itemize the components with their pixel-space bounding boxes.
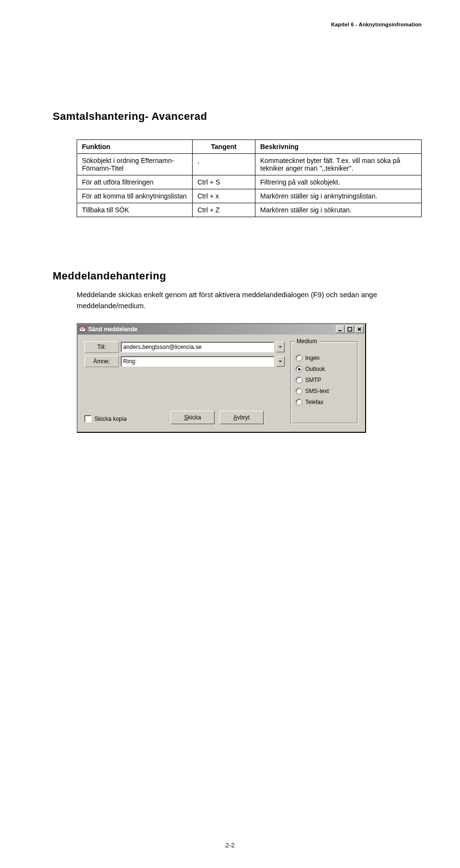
radio-sms-text[interactable]: SMS-text bbox=[296, 388, 353, 394]
table-row: Sökobjekt i ordning Efternamn-Förnamn-Ti… bbox=[77, 154, 422, 175]
cell-funktion: Tillbaka till SÖK bbox=[77, 203, 193, 217]
radio-label: Telefax bbox=[305, 399, 323, 405]
cell-tangent: , bbox=[193, 154, 255, 175]
cell-funktion: För att utföra filtreringen bbox=[77, 175, 193, 189]
radio-label: SMTP bbox=[305, 377, 321, 383]
skicka-kopia-label: Skicka kopia bbox=[94, 416, 126, 422]
radio-label: Ingen bbox=[305, 355, 320, 361]
groupbox-label: Medium bbox=[295, 338, 319, 345]
radio-outlook[interactable]: Outlook bbox=[296, 366, 353, 372]
dialog-title: Sänd meddelande bbox=[88, 326, 138, 333]
send-message-dialog: Sänd meddelande Till: anders.bengtsson@l… bbox=[77, 323, 366, 433]
subsection-title: Meddelandehantering bbox=[53, 270, 422, 282]
table-row: För att komma till anknytningslistan Ctr… bbox=[77, 189, 422, 203]
radio-icon bbox=[296, 355, 302, 361]
cell-beskrivning: Markören ställer sig i sökrutan. bbox=[255, 203, 422, 217]
minimize-button[interactable] bbox=[336, 325, 345, 333]
cell-funktion: Sökobjekt i ordning Efternamn-Förnamn-Ti… bbox=[77, 154, 193, 175]
cell-beskrivning: Kommatecknet byter fält. T.ex. vill man … bbox=[255, 154, 422, 175]
radio-label: SMS-text bbox=[305, 388, 329, 394]
th-tangent: Tangent bbox=[193, 140, 255, 154]
radio-icon bbox=[296, 399, 302, 405]
cell-tangent: Ctrl + x bbox=[193, 189, 255, 203]
radio-icon bbox=[296, 366, 302, 372]
amne-field[interactable]: Ring: bbox=[121, 356, 274, 367]
skicka-kopia-checkbox[interactable] bbox=[84, 415, 92, 422]
till-dropdown-button[interactable] bbox=[276, 342, 285, 352]
titlebar: Sänd meddelande bbox=[78, 324, 365, 335]
page-header: Kapitel 6 - Anknytningsinfromation bbox=[331, 22, 422, 27]
maximize-button[interactable] bbox=[345, 325, 354, 333]
send-button[interactable]: Skicka bbox=[171, 411, 215, 424]
cell-beskrivning: Filtrering på valt sökobjekt. bbox=[255, 175, 422, 189]
subsection-body: Meddelande skickas enkelt genom att förs… bbox=[77, 289, 412, 311]
radio-smtp[interactable]: SMTP bbox=[296, 377, 353, 383]
svg-rect-1 bbox=[338, 330, 342, 331]
amne-label-button[interactable]: Ämne: bbox=[84, 356, 119, 367]
function-table: Funktion Tangent Beskrivning Sökobjekt i… bbox=[77, 139, 422, 217]
close-button[interactable] bbox=[355, 325, 364, 333]
radio-ingen[interactable]: Ingen bbox=[296, 355, 353, 361]
app-icon bbox=[79, 326, 86, 333]
page-number: 2-2 bbox=[0, 842, 460, 849]
cancel-button[interactable]: Avbryt bbox=[219, 411, 264, 424]
radio-icon bbox=[296, 388, 302, 394]
amne-dropdown-button[interactable] bbox=[276, 356, 285, 367]
cell-beskrivning: Markören ställer sig i anknytningslistan… bbox=[255, 189, 422, 203]
svg-rect-2 bbox=[348, 327, 352, 331]
radio-icon bbox=[296, 377, 302, 383]
table-row: För att utföra filtreringen Ctrl + S Fil… bbox=[77, 175, 422, 189]
th-funktion: Funktion bbox=[77, 140, 193, 154]
th-beskrivning: Beskrivning bbox=[255, 140, 422, 154]
till-label-button[interactable]: Till: bbox=[84, 341, 119, 353]
cell-tangent: Ctrl + Z bbox=[193, 203, 255, 217]
radio-telefax[interactable]: Telefax bbox=[296, 399, 353, 405]
medium-groupbox: Medium Ingen Outlook SMTP SMS-text bbox=[290, 341, 358, 424]
cell-funktion: För att komma till anknytningslistan bbox=[77, 189, 193, 203]
till-field[interactable]: anders.bengtsson@licencia.se bbox=[121, 342, 274, 352]
section-title: Samtalshantering- Avancerad bbox=[53, 110, 422, 123]
radio-label: Outlook bbox=[305, 366, 325, 372]
cell-tangent: Ctrl + S bbox=[193, 175, 255, 189]
table-row: Tillbaka till SÖK Ctrl + Z Markören stäl… bbox=[77, 203, 422, 217]
